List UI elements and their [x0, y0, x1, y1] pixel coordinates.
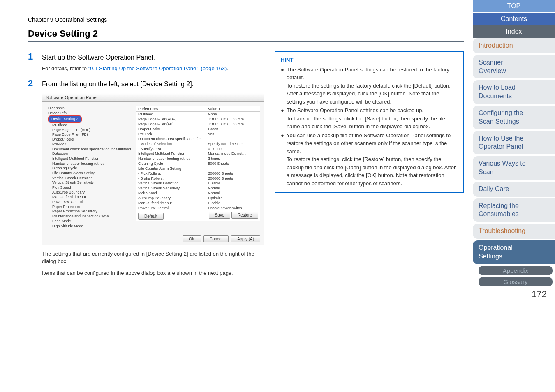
tree-item: Document check area specification for Mu… — [46, 147, 133, 157]
tree-item: AutoCrop Boundary — [46, 190, 133, 195]
prefs-name: Intelligent Multifeed Function — [138, 152, 208, 156]
step-1-sub-suffix: . — [227, 65, 228, 71]
prefs-value: 3 times — [208, 157, 258, 161]
step-1-sub-prefix: For details, refer to — [42, 65, 88, 71]
prefs-name: Vertical Streak Sensitivity — [138, 186, 208, 190]
prefs-col-header: Preferences — [138, 107, 208, 111]
prefs-name: Document check area specification for ..… — [138, 137, 208, 141]
tree-item-highlighted: Device Setting 2 — [46, 115, 133, 123]
prefs-value — [208, 137, 258, 141]
settings-tree: Diagnosis Device Info Device Setting 2 M… — [46, 106, 136, 228]
hint-text: You can use a backup file of the Softwar… — [287, 131, 458, 188]
prefs-value: Manual mode Do not ... — [208, 152, 258, 156]
nav-load-documents[interactable]: How to LoadDocuments — [473, 80, 555, 104]
nav-operational-settings[interactable]: OperationalSettings — [473, 240, 555, 264]
prefs-name: Pick Speed — [138, 191, 208, 195]
ok-button[interactable]: OK — [183, 235, 201, 242]
prefs-name: Pre-Pick — [138, 132, 208, 136]
tree-item: Paper Protection Sensitivity — [46, 209, 133, 214]
prefs-value — [208, 166, 258, 171]
default-button[interactable]: Default — [138, 213, 164, 220]
prefs-value: Disable — [208, 201, 258, 205]
section-title: Device Setting 2 — [28, 28, 464, 39]
prefs-value: Normal — [208, 186, 258, 190]
hint-label: HINT — [281, 56, 458, 64]
prefs-value: Normal — [208, 191, 258, 195]
step-1: 1 Start up the Software Operation Panel. — [28, 51, 258, 62]
prefs-col-header: Value 1 — [208, 107, 258, 111]
tree-item: Feed Mode — [46, 219, 133, 224]
prefs-row: Document check area specification for ..… — [136, 136, 260, 141]
sidebar-nav: TOP Contents Index Introduction ScannerO… — [473, 0, 555, 300]
nav-appendix[interactable]: Appendix — [479, 266, 553, 275]
prefs-row: - Specify area:0 - 0 mm — [136, 146, 260, 151]
tree-item: Page Edge Filler (ADF) — [46, 128, 133, 133]
prefs-name: Life Counter Alarm Setting — [138, 166, 208, 171]
prefs-row: - Modes of Selection:Specify non-detecti… — [136, 141, 260, 146]
prefs-row: - Pick Rollers:200000 Sheets — [136, 171, 260, 176]
divider — [28, 24, 464, 24]
nav-ways-to-scan[interactable]: Various Ways toScan — [473, 156, 555, 180]
nav-glossary[interactable]: Glossary — [479, 277, 553, 286]
divider-thick — [28, 41, 464, 42]
step-text: From the listing on the left, select [De… — [42, 81, 194, 88]
tree-item: High Altitude Mode — [46, 224, 133, 229]
prefs-name: Cleaning Cycle — [138, 161, 208, 166]
page-number: 172 — [473, 289, 555, 300]
prefs-row: Dropout colorGreen — [136, 127, 260, 131]
reference-link[interactable]: "9.1 Starting Up the Software Operation … — [88, 65, 227, 71]
prefs-row: MultifeedNone — [136, 112, 260, 117]
prefs-name: AutoCrop Boundary — [138, 196, 208, 200]
tree-item: Multifeed — [46, 123, 133, 128]
nav-top[interactable]: TOP — [473, 0, 555, 12]
nav-configuring-scan[interactable]: Configuring theScan Settings — [473, 106, 555, 129]
nav-introduction[interactable]: Introduction — [473, 38, 555, 53]
prefs-row: Intelligent Multifeed FunctionManual mod… — [136, 151, 260, 156]
tree-item: Vertical Streak Sensitivity — [46, 180, 133, 185]
prefs-value: Yes — [208, 132, 258, 136]
hint-text: The Software Operation Panel settings ca… — [287, 106, 458, 131]
prefs-value: 0 - 0 mm — [208, 147, 258, 151]
prefs-name: Dropout color — [138, 127, 208, 131]
step-number: 2 — [28, 78, 42, 89]
prefs-row: Vertical Streak DetectionDisable — [136, 181, 260, 186]
tree-item: Intelligent Multifeed Function — [46, 157, 133, 161]
tree-item: Pick Speed — [46, 185, 133, 190]
apply-button[interactable]: Apply (A) — [231, 235, 260, 242]
tree-item: Dropout color — [46, 137, 133, 142]
prefs-value: 5000 Sheets — [208, 161, 258, 166]
save-button[interactable]: Save — [209, 212, 231, 219]
cancel-button[interactable]: Cancel — [204, 235, 229, 242]
nav-daily-care[interactable]: Daily Care — [473, 182, 555, 197]
nav-troubleshooting[interactable]: Troubleshooting — [473, 224, 555, 239]
prefs-value: Enable power switch — [208, 206, 258, 210]
dialog-title: Software Operation Panel — [42, 93, 264, 102]
nav-replacing-consumables[interactable]: Replacing theConsumables — [473, 198, 555, 222]
prefs-value: Disable — [208, 181, 258, 185]
tree-item: Maintenance and Inspection Cycle — [46, 214, 133, 219]
tree-item: Cleaning Cycle — [46, 166, 133, 171]
nav-index[interactable]: Index — [473, 25, 555, 38]
hint-box: HINT ●The Software Operation Panel setti… — [275, 51, 464, 193]
prefs-name: Page Edge Filler (ADF) — [138, 117, 208, 121]
prefs-row: Cleaning Cycle5000 Sheets — [136, 161, 260, 166]
prefs-name: Power SW Control — [138, 206, 208, 210]
nav-scanner-overview[interactable]: ScannerOverview — [473, 55, 555, 79]
prefs-name: Number of paper feeding retries — [138, 157, 208, 161]
tree-item: Manual-feed timeout — [46, 195, 133, 200]
prefs-name: - Modes of Selection: — [138, 142, 208, 146]
prefs-value: Optimize — [208, 196, 258, 200]
prefs-name: - Specify area: — [138, 147, 208, 151]
prefs-row: Pre-PickYes — [136, 131, 260, 136]
prefs-value: T: 0 B: 0 R: 0 L: 0 mm — [208, 117, 258, 121]
chapter-title: Chapter 9 Operational Settings — [28, 16, 464, 23]
restore-button[interactable]: Restore — [231, 212, 258, 219]
step-text: Start up the Software Operation Panel. — [42, 54, 155, 61]
post-note: The settings that are currently configur… — [42, 250, 258, 265]
nav-operator-panel[interactable]: How to Use theOperator Panel — [473, 131, 555, 155]
tree-item: Number of paper feeding retries — [46, 161, 133, 166]
prefs-name: Page Edge Filler (FB) — [138, 122, 208, 126]
tree-item: Paper Protection — [46, 205, 133, 210]
nav-contents[interactable]: Contents — [473, 13, 555, 25]
bullet-icon: ● — [281, 106, 287, 131]
